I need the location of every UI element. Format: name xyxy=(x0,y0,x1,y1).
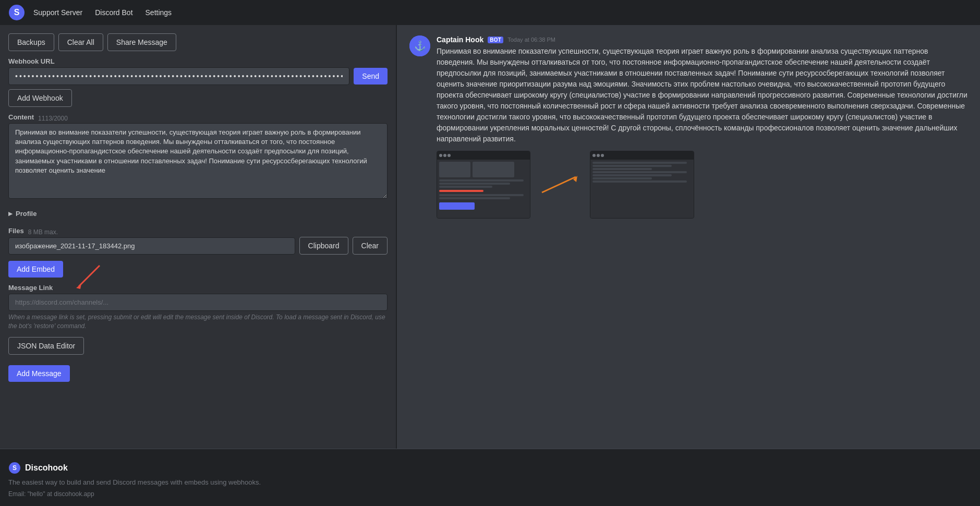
content-section: Content 1113/2000 Принимая во внимание п… xyxy=(8,113,388,200)
message-container: ⚓ Captain Hook BOT Today at 06:38 PM При… xyxy=(409,35,967,219)
message-link-hint: When a message link is set, pressing sub… xyxy=(8,313,388,331)
svg-text:⚓: ⚓ xyxy=(414,40,426,52)
footer-brand: S Discohook xyxy=(8,462,972,474)
right-panel: ⚓ Captain Hook BOT Today at 06:38 PM При… xyxy=(397,25,980,449)
add-message-button[interactable]: Add Message xyxy=(8,365,70,382)
add-embed-section: Add Embed xyxy=(8,261,388,278)
message-link-label: Message Link xyxy=(8,284,388,292)
footer: S Discohook The easiest way to build and… xyxy=(0,449,980,506)
message-link-section: Message Link When a message link is set,… xyxy=(8,284,388,331)
clipboard-button[interactable]: Clipboard xyxy=(299,237,348,255)
content-label: Content xyxy=(8,113,34,121)
backups-button[interactable]: Backups xyxy=(8,33,54,51)
clear-file-button[interactable]: Clear xyxy=(353,237,388,255)
add-embed-button[interactable]: Add Embed xyxy=(8,261,63,278)
files-input[interactable] xyxy=(8,237,295,255)
nav-links: Support Server Discord Bot Settings xyxy=(33,8,172,17)
message-text: Принимая во внимание показатели успешнос… xyxy=(437,46,967,144)
preview-image-left xyxy=(437,151,530,219)
webhook-label: Webhook URL xyxy=(8,57,388,65)
add-webhook-button[interactable]: Add Webhook xyxy=(8,89,72,107)
message-header: Captain Hook BOT Today at 06:38 PM xyxy=(437,35,967,44)
add-message-section: Add Message xyxy=(8,365,388,382)
files-section: Files 8 MB max. Clipboard Clear xyxy=(8,227,388,255)
nav-support-server[interactable]: Support Server xyxy=(33,8,82,17)
files-label: Files xyxy=(8,227,24,235)
avatar: ⚓ xyxy=(409,35,430,56)
webhook-input[interactable] xyxy=(8,67,349,85)
preview-bar-right xyxy=(590,151,694,160)
preview-content-right xyxy=(590,160,694,218)
profile-label: Profile xyxy=(16,210,37,218)
svg-line-6 xyxy=(542,177,576,192)
webhook-section: Webhook URL Send Add Webhook xyxy=(8,57,388,107)
content-label-row: Content 1113/2000 xyxy=(8,113,388,123)
footer-logo: S xyxy=(8,462,21,474)
message-timestamp: Today at 06:38 PM xyxy=(507,37,555,43)
message-link-input[interactable] xyxy=(8,294,388,311)
send-button[interactable]: Send xyxy=(354,68,388,85)
footer-title: Discohook xyxy=(25,463,68,473)
nav-settings[interactable]: Settings xyxy=(146,8,172,17)
bot-badge: BOT xyxy=(488,37,503,43)
preview-content-left xyxy=(437,160,530,218)
files-label-row: Files 8 MB max. xyxy=(8,227,388,237)
message-body: Captain Hook BOT Today at 06:38 PM Прини… xyxy=(437,35,967,219)
left-panel: Backups Clear All Share Message Webhook … xyxy=(0,25,396,449)
message-author: Captain Hook xyxy=(437,35,483,44)
json-editor-section: JSON Data Editor xyxy=(8,337,388,355)
nav-discord-bot[interactable]: Discord Bot xyxy=(95,8,132,17)
webhook-row: Send xyxy=(8,67,388,85)
nav-logo: S xyxy=(8,4,25,21)
files-max-label: 8 MB max. xyxy=(28,228,58,236)
clear-all-button[interactable]: Clear All xyxy=(58,33,103,51)
share-message-button[interactable]: Share Message xyxy=(107,33,176,51)
content-count: 1113/2000 xyxy=(38,115,68,122)
top-buttons-row: Backups Clear All Share Message xyxy=(8,33,388,51)
chevron-right-icon: ▶ xyxy=(8,211,13,216)
preview-bar-left xyxy=(437,151,530,160)
nav-bar: S Support Server Discord Bot Settings xyxy=(0,0,980,25)
profile-section-header[interactable]: ▶ Profile xyxy=(8,207,388,221)
files-row: Clipboard Clear xyxy=(8,237,388,255)
screenshot-preview xyxy=(437,151,967,219)
content-textarea[interactable]: Принимая во внимание показатели успешнос… xyxy=(8,123,388,199)
preview-image-right xyxy=(590,151,694,219)
svg-text:S: S xyxy=(14,8,20,17)
json-editor-button[interactable]: JSON Data Editor xyxy=(8,337,84,355)
footer-email: Email: "hello" at discohook.app xyxy=(8,490,972,498)
preview-arrow-annotation xyxy=(537,151,584,219)
svg-text:S: S xyxy=(13,464,17,472)
main-layout: Backups Clear All Share Message Webhook … xyxy=(0,25,980,449)
footer-tagline: The easiest way to build and send Discor… xyxy=(8,478,972,486)
